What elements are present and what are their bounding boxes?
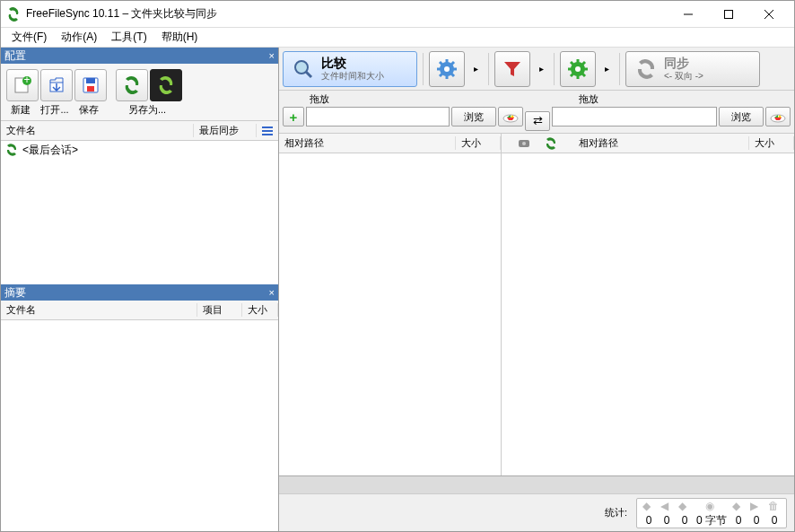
svg-line-25 bbox=[451, 62, 454, 65]
data-icon: ◉ bbox=[705, 501, 718, 513]
right-browse-button[interactable]: 浏览 bbox=[719, 107, 764, 126]
compare-settings-button[interactable] bbox=[429, 51, 465, 87]
right-grid-col-size[interactable]: 大小 bbox=[749, 136, 794, 150]
right-cloud-button[interactable] bbox=[765, 107, 791, 126]
compare-dropdown-icon[interactable]: ▸ bbox=[468, 51, 483, 87]
left-grid-body[interactable] bbox=[279, 153, 501, 475]
svg-rect-10 bbox=[87, 86, 94, 92]
sync-icon bbox=[633, 57, 659, 82]
col-filename[interactable]: 文件名 bbox=[1, 124, 194, 137]
sync-button[interactable]: 同步 <- 双向 -> bbox=[625, 51, 760, 87]
summary-list[interactable] bbox=[1, 320, 278, 500]
compare-button[interactable]: 比较 文件时间和大小 bbox=[283, 51, 417, 87]
summary-col-items[interactable]: 项目 bbox=[197, 303, 242, 317]
create-right-icon: ◆ bbox=[732, 501, 745, 513]
svg-rect-13 bbox=[262, 134, 273, 135]
svg-point-17 bbox=[444, 66, 450, 72]
svg-point-39 bbox=[522, 142, 526, 145]
right-grid-col-path[interactable]: 相对路径 bbox=[573, 136, 750, 150]
stat-value: 0 bbox=[682, 515, 688, 526]
stat-value: 0 bbox=[646, 515, 652, 526]
divider bbox=[488, 53, 489, 85]
svg-rect-12 bbox=[262, 130, 273, 132]
stat-value: 0 bbox=[736, 515, 742, 526]
summary-col-name[interactable]: 文件名 bbox=[1, 303, 197, 317]
svg-rect-11 bbox=[262, 126, 273, 128]
svg-rect-1 bbox=[724, 10, 732, 18]
close-button[interactable] bbox=[748, 1, 789, 27]
svg-line-24 bbox=[440, 74, 442, 76]
stat-value: 0 bbox=[772, 515, 778, 526]
menubar: 文件(F) 动作(A) 工具(T) 帮助(H) bbox=[1, 28, 794, 48]
right-grid-body[interactable] bbox=[573, 153, 795, 475]
config-panel-header: 配置 × bbox=[1, 48, 278, 64]
bottom-scrollbar[interactable] bbox=[279, 475, 794, 493]
update-left-icon: ◀ bbox=[660, 501, 673, 513]
sidebar: 配置 × + 新建 打开... 保存 另存为... 文件名 最后同步 bbox=[1, 48, 279, 531]
left-path-input[interactable] bbox=[306, 107, 450, 126]
svg-line-34 bbox=[571, 74, 573, 76]
stat-value: 0 字节 bbox=[696, 515, 727, 526]
open-label: 打开... bbox=[39, 103, 71, 117]
list-item[interactable]: <最后会话> bbox=[1, 141, 278, 159]
menu-action[interactable]: 动作(A) bbox=[54, 28, 104, 47]
maximize-button[interactable] bbox=[708, 1, 748, 27]
config-panel-title: 配置 bbox=[4, 48, 26, 64]
save-button[interactable] bbox=[74, 69, 107, 101]
comparison-grid: 相对路径 大小 相对路径 大小 bbox=[279, 134, 794, 475]
left-grid: 相对路径 大小 bbox=[279, 134, 502, 475]
filter-dropdown-icon[interactable]: ▸ bbox=[534, 51, 548, 87]
svg-point-14 bbox=[295, 61, 308, 74]
left-cloud-button[interactable] bbox=[498, 107, 523, 126]
filter-button[interactable] bbox=[494, 51, 530, 87]
config-list[interactable]: <最后会话> bbox=[1, 141, 278, 284]
saveas-batch-button[interactable] bbox=[150, 69, 182, 101]
config-list-menu-icon[interactable] bbox=[257, 125, 278, 137]
summary-panel-close-icon[interactable]: × bbox=[269, 287, 275, 298]
delete-right-icon: 🗑 bbox=[768, 501, 781, 513]
sync-sublabel: <- 双向 -> bbox=[664, 71, 703, 82]
right-path-input[interactable] bbox=[552, 107, 717, 126]
left-grid-col-path[interactable]: 相对路径 bbox=[279, 136, 456, 150]
swap-sides-button[interactable]: ⇄ bbox=[525, 111, 550, 131]
summary-col-size[interactable]: 大小 bbox=[242, 303, 278, 317]
saveas-sync-button[interactable] bbox=[116, 69, 148, 101]
summary-panel-header: 摘要 × bbox=[1, 284, 278, 301]
svg-line-15 bbox=[306, 72, 311, 77]
titlebar: FreeFileSync 10.11 – 文件夹比较与同步 bbox=[1, 1, 794, 28]
summary-panel-title: 摘要 bbox=[4, 285, 26, 301]
divider bbox=[423, 53, 424, 85]
action-bar: 比较 文件时间和大小 ▸ ▸ ▸ 同步 <- 双向 -> bbox=[279, 48, 794, 91]
magnifier-icon bbox=[291, 57, 316, 82]
divider bbox=[619, 53, 620, 85]
summary-list-header: 文件名 项目 大小 bbox=[1, 301, 278, 320]
middle-grid bbox=[502, 134, 573, 475]
compare-sublabel: 文件时间和大小 bbox=[321, 71, 384, 82]
right-folder-side: 拖放 浏览 bbox=[552, 92, 791, 131]
menu-help[interactable]: 帮助(H) bbox=[154, 28, 205, 47]
sync-settings-dropdown-icon[interactable]: ▸ bbox=[599, 51, 614, 87]
minimize-button[interactable] bbox=[668, 1, 708, 27]
create-left-icon: ◆ bbox=[642, 501, 655, 513]
sync-settings-button[interactable] bbox=[560, 51, 596, 87]
middle-grid-body[interactable] bbox=[502, 153, 573, 475]
add-folder-pair-button[interactable]: + bbox=[283, 107, 304, 126]
left-grid-col-size[interactable]: 大小 bbox=[456, 136, 501, 150]
menu-file[interactable]: 文件(F) bbox=[4, 28, 54, 47]
svg-line-23 bbox=[451, 74, 454, 76]
new-label: 新建 bbox=[4, 103, 37, 117]
category-view-icon[interactable] bbox=[514, 135, 534, 152]
config-panel-close-icon[interactable]: × bbox=[269, 50, 275, 61]
svg-line-35 bbox=[582, 62, 585, 65]
menu-tools[interactable]: 工具(T) bbox=[104, 28, 153, 47]
left-browse-button[interactable]: 浏览 bbox=[451, 107, 496, 126]
open-button[interactable] bbox=[40, 69, 73, 101]
divider bbox=[554, 53, 555, 85]
action-view-icon[interactable] bbox=[541, 135, 561, 152]
sync-icon bbox=[4, 143, 19, 157]
stat-value: 0 bbox=[664, 515, 670, 526]
col-lastsync[interactable]: 最后同步 bbox=[194, 124, 257, 137]
new-button[interactable]: + bbox=[6, 69, 39, 101]
config-toolbar: + 新建 打开... 保存 另存为... bbox=[1, 64, 278, 121]
left-folder-side: 拖放 + 浏览 bbox=[283, 92, 523, 131]
